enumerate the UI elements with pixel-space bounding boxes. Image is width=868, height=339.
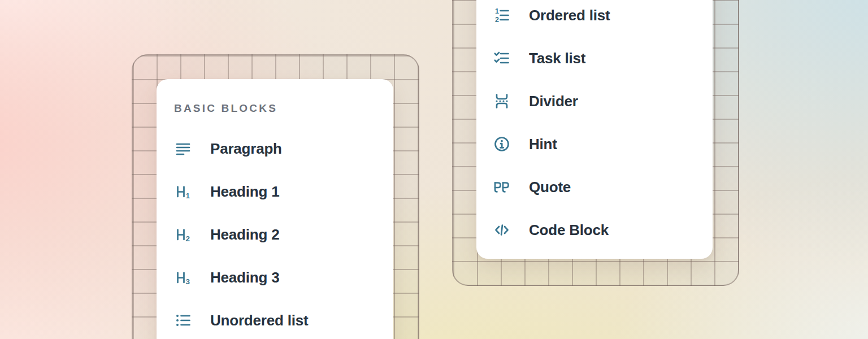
menu-item-code-block[interactable]: Code Block xyxy=(493,208,713,251)
basic-blocks-menu: BASIC BLOCKS Paragraph 1 Heading 1 xyxy=(157,79,393,339)
menu-item-heading-3[interactable]: 3 Heading 3 xyxy=(174,256,393,299)
blocks-menu-continued: 1 2 Ordered list Task list xyxy=(476,0,713,259)
menu-item-label: Code Block xyxy=(529,221,609,239)
menu-item-label: Heading 3 xyxy=(210,269,279,286)
menu-item-label: Divider xyxy=(529,93,578,110)
menu-item-heading-1[interactable]: 1 Heading 1 xyxy=(174,170,393,213)
divider-icon xyxy=(493,92,511,110)
hint-icon xyxy=(493,135,511,153)
svg-text:3: 3 xyxy=(186,277,190,286)
svg-text:2: 2 xyxy=(186,234,190,243)
menu-item-label: Paragraph xyxy=(210,140,282,158)
menu-item-label: Task list xyxy=(529,50,585,67)
menu-item-label: Hint xyxy=(529,136,557,153)
menu-item-quote[interactable]: Quote xyxy=(493,166,713,208)
menu-item-task-list[interactable]: Task list xyxy=(493,37,713,80)
menu-item-paragraph[interactable]: Paragraph xyxy=(174,127,393,170)
basic-blocks-list: Paragraph 1 Heading 1 2 Heading 2 xyxy=(174,127,393,339)
menu-item-heading-2[interactable]: 2 Heading 2 xyxy=(174,213,393,256)
quote-icon xyxy=(493,178,511,196)
section-title-basic-blocks: BASIC BLOCKS xyxy=(174,99,393,118)
paragraph-icon xyxy=(174,140,192,158)
menu-item-label: Ordered list xyxy=(529,7,610,24)
svg-text:2: 2 xyxy=(495,16,499,24)
blocks-list: 1 2 Ordered list Task list xyxy=(493,0,713,251)
menu-item-hint[interactable]: Hint xyxy=(493,123,713,166)
menu-item-label: Heading 1 xyxy=(210,183,279,201)
unordered-list-icon xyxy=(174,311,192,329)
svg-text:1: 1 xyxy=(186,192,190,200)
heading-2-icon: 2 xyxy=(174,225,192,244)
menu-item-ordered-list[interactable]: 1 2 Ordered list xyxy=(493,0,713,37)
menu-item-divider[interactable]: Divider xyxy=(493,80,713,123)
heading-1-icon: 1 xyxy=(174,182,192,201)
menu-item-label: Quote xyxy=(529,179,571,196)
svg-text:1: 1 xyxy=(495,7,499,15)
heading-3-icon: 3 xyxy=(174,268,192,286)
ordered-list-icon: 1 2 xyxy=(493,6,511,24)
code-block-icon xyxy=(493,221,511,239)
menu-item-label: Unordered list xyxy=(210,312,308,329)
task-list-icon xyxy=(493,49,511,67)
menu-item-label: Heading 2 xyxy=(210,226,279,244)
menu-item-unordered-list[interactable]: Unordered list xyxy=(174,299,393,339)
